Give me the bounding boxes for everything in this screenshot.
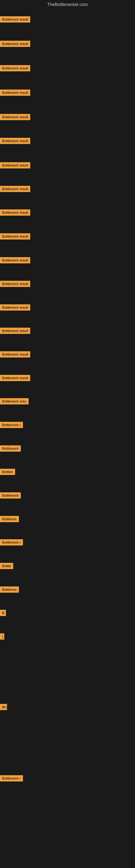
bottleneck-badge-20[interactable]: Bottlen xyxy=(0,469,15,475)
bottleneck-badge-14[interactable]: Bottleneck result xyxy=(0,328,30,334)
bottleneck-badge-6[interactable]: Bottleneck result xyxy=(0,138,30,144)
bottleneck-item-10[interactable]: Bottleneck result xyxy=(0,233,30,241)
bottleneck-badge-4[interactable]: Bottleneck result xyxy=(0,90,30,96)
site-title: TheBottlenecker.com xyxy=(0,0,135,8)
bottleneck-badge-10[interactable]: Bottleneck result xyxy=(0,233,30,240)
bottleneck-badge-19[interactable]: Bottleneck xyxy=(0,445,21,452)
bottleneck-badge-9[interactable]: Bottleneck result xyxy=(0,209,30,216)
bottleneck-item-5[interactable]: Bottleneck result xyxy=(0,114,30,121)
bottleneck-item-20[interactable]: Bottlen xyxy=(0,469,15,476)
bottleneck-item-7[interactable]: Bottleneck result xyxy=(0,162,30,169)
bottleneck-item-14[interactable]: Bottleneck result xyxy=(0,328,30,335)
bottleneck-badge-3[interactable]: Bottleneck result xyxy=(0,65,30,71)
bottleneck-item-18[interactable]: Bottleneck r xyxy=(0,422,23,429)
bottleneck-badge-26[interactable]: B xyxy=(0,610,6,616)
bottleneck-item-12[interactable]: Bottleneck result xyxy=(0,281,30,288)
bottleneck-item-3[interactable]: Bottleneck result xyxy=(0,65,30,72)
bottleneck-badge-15[interactable]: Bottleneck result xyxy=(0,351,30,358)
bottleneck-item-11[interactable]: Bottleneck result xyxy=(0,257,30,265)
bottleneck-badge-11[interactable]: Bottleneck result xyxy=(0,257,30,264)
bottleneck-item-24[interactable]: Bottle xyxy=(0,563,13,570)
bottleneck-badge-8[interactable]: Bottleneck result xyxy=(0,186,30,192)
bottleneck-item-2[interactable]: Bottleneck result xyxy=(0,41,30,48)
bottleneck-badge-29[interactable]: Bottleneck r xyxy=(0,775,23,781)
bottleneck-badge-27[interactable]: | xyxy=(0,633,4,640)
bottleneck-badge-16[interactable]: Bottleneck result xyxy=(0,375,30,381)
bottleneck-item-17[interactable]: Bottleneck resu xyxy=(0,398,29,405)
bottleneck-badge-12[interactable]: Bottleneck result xyxy=(0,281,30,287)
bottleneck-item-9[interactable]: Bottleneck result xyxy=(0,209,30,217)
bottleneck-badge-5[interactable]: Bottleneck result xyxy=(0,114,30,120)
bottleneck-item-22[interactable]: Bottlenec xyxy=(0,516,19,523)
bottleneck-item-16[interactable]: Bottleneck result xyxy=(0,375,30,382)
bottleneck-badge-18[interactable]: Bottleneck r xyxy=(0,422,23,428)
bottleneck-item-15[interactable]: Bottleneck result xyxy=(0,351,30,359)
bottleneck-badge-23[interactable]: Bottleneck r xyxy=(0,539,23,546)
bottleneck-badge-1[interactable]: Bottleneck result xyxy=(0,16,30,23)
bottleneck-item-26[interactable]: B xyxy=(0,610,6,617)
bottleneck-badge-2[interactable]: Bottleneck result xyxy=(0,41,30,47)
bottleneck-item-4[interactable]: Bottleneck result xyxy=(0,90,30,97)
bottleneck-item-19[interactable]: Bottleneck xyxy=(0,445,21,453)
bottleneck-item-29[interactable]: Bottleneck r xyxy=(0,775,23,782)
bottleneck-item-25[interactable]: Bottlenec xyxy=(0,586,19,594)
bottleneck-badge-21[interactable]: Bottleneck xyxy=(0,492,21,499)
bottleneck-item-27[interactable]: | xyxy=(0,633,4,641)
bottleneck-item-8[interactable]: Bottleneck result xyxy=(0,186,30,193)
bottleneck-badge-28[interactable]: Bo xyxy=(0,704,7,710)
bottleneck-badge-7[interactable]: Bottleneck result xyxy=(0,162,30,168)
bottleneck-badge-22[interactable]: Bottlenec xyxy=(0,516,19,522)
bottleneck-item-21[interactable]: Bottleneck xyxy=(0,492,21,500)
bottleneck-badge-24[interactable]: Bottle xyxy=(0,563,13,569)
bottleneck-item-28[interactable]: Bo xyxy=(0,704,7,711)
bottleneck-badge-13[interactable]: Bottleneck result xyxy=(0,304,30,311)
bottleneck-item-13[interactable]: Bottleneck result xyxy=(0,304,30,312)
bottleneck-badge-17[interactable]: Bottleneck resu xyxy=(0,398,29,404)
bottleneck-item-23[interactable]: Bottleneck r xyxy=(0,539,23,547)
bottleneck-item-6[interactable]: Bottleneck result xyxy=(0,138,30,145)
bottleneck-badge-25[interactable]: Bottlenec xyxy=(0,586,19,593)
bottleneck-item-1[interactable]: Bottleneck result xyxy=(0,16,30,24)
